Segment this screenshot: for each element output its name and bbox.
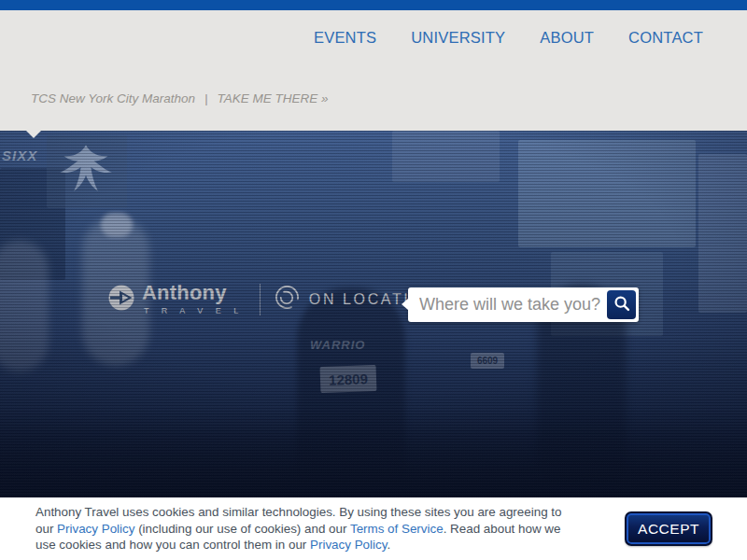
billboard-text: SIXX <box>2 147 37 163</box>
breadcrumb-separator: | <box>204 91 208 105</box>
cookie-message: Anthony Travel uses cookies and similar … <box>35 504 582 553</box>
breadcrumb: TCS New York City Marathon | TAKE ME THE… <box>31 91 329 105</box>
runner-shirt-text: WARRIO <box>310 338 365 352</box>
search-icon <box>613 294 631 315</box>
brand-name: Anthony <box>142 283 244 303</box>
on-location-logo-icon <box>275 285 300 314</box>
take-me-there-link[interactable]: TAKE ME THERE » <box>218 91 329 105</box>
cookie-text-segment: . <box>387 538 390 552</box>
eagle-icon <box>58 142 114 198</box>
search-input[interactable] <box>408 295 607 315</box>
main-nav: EVENTS UNIVERSITY ABOUT CONTACT <box>314 29 703 47</box>
runner-silhouette <box>0 241 49 371</box>
brand-subtitle: T R A V E L <box>142 306 244 315</box>
anthony-travel-wordmark: Anthony T R A V E L <box>142 283 244 315</box>
search-box <box>408 287 639 322</box>
race-bib-number: 12809 <box>320 365 377 393</box>
breadcrumb-pointer-notch <box>26 131 41 138</box>
billboard-shape <box>518 140 696 247</box>
search-button[interactable] <box>607 290 636 319</box>
billboard-shape <box>698 154 747 313</box>
cookie-text-segment: (including our use of cookies) and our <box>134 522 350 536</box>
runner-cap <box>101 213 133 237</box>
anthony-travel-logo[interactable]: Anthony T R A V E L <box>107 283 244 315</box>
privacy-policy-link[interactable]: Privacy Policy <box>57 522 134 536</box>
logo-divider <box>260 284 261 315</box>
race-bib-number: 6609 <box>471 353 504 369</box>
nav-link-events[interactable]: EVENTS <box>314 29 376 47</box>
anthony-travel-logo-icon <box>107 284 135 315</box>
page: EVENTS UNIVERSITY ABOUT CONTACT TCS New … <box>0 0 747 560</box>
cookie-banner: Anthony Travel uses cookies and similar … <box>0 497 747 560</box>
crowd-shadow <box>0 409 747 497</box>
top-accent-bar <box>0 0 747 10</box>
nav-link-university[interactable]: UNIVERSITY <box>411 29 505 47</box>
hero-image: SIXX WARRIO 12809 6609 Anthon <box>0 131 747 497</box>
nav-link-about[interactable]: ABOUT <box>540 29 594 47</box>
privacy-policy-link-2[interactable]: Privacy Policy <box>310 538 387 552</box>
header: EVENTS UNIVERSITY ABOUT CONTACT TCS New … <box>0 0 747 131</box>
billboard-shape <box>392 131 500 182</box>
search-box-tail <box>402 299 408 310</box>
brand-lockup: Anthony T R A V E L ON LOCATION. <box>107 283 444 315</box>
breadcrumb-current: TCS New York City Marathon <box>31 91 195 105</box>
accept-cookies-button[interactable]: ACCEPT <box>625 511 712 546</box>
nav-link-contact[interactable]: CONTACT <box>628 29 703 47</box>
terms-of-service-link[interactable]: Terms of Service <box>350 522 444 536</box>
